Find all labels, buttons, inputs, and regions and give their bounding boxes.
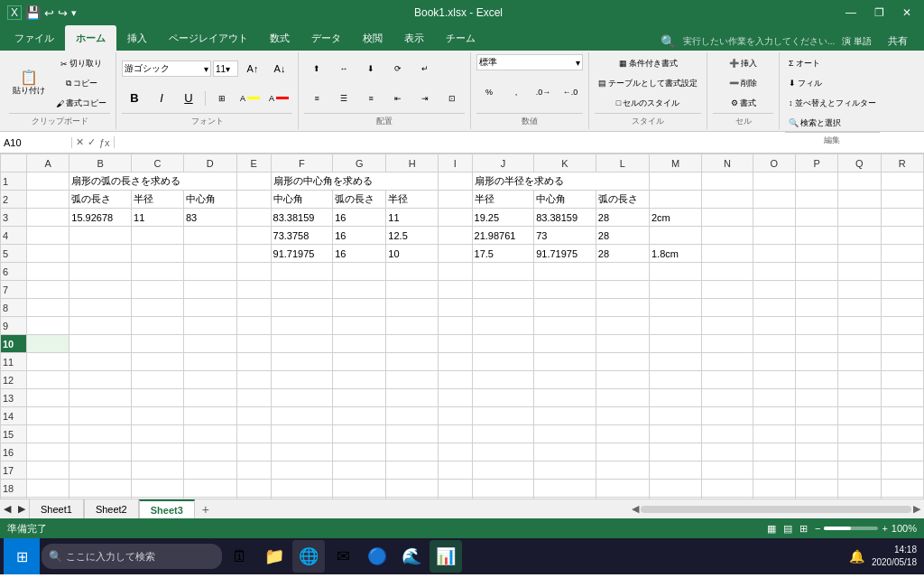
cell-r4[interactable] <box>881 227 923 245</box>
cell-r15[interactable] <box>881 425 923 443</box>
cell-a17[interactable] <box>27 461 69 480</box>
cell-e2[interactable] <box>236 191 271 209</box>
insert-function-icon[interactable]: ƒx <box>99 137 110 148</box>
bold-button[interactable]: B <box>122 89 147 107</box>
cell-f3[interactable]: 83.38159 <box>271 209 333 227</box>
cell-g14[interactable] <box>333 407 386 425</box>
cell-h11[interactable] <box>386 353 439 371</box>
align-middle-button[interactable]: ↔ <box>331 60 356 78</box>
cell-f4[interactable]: 73.3758 <box>271 227 333 245</box>
cell-o6[interactable] <box>753 263 795 281</box>
cell-o4[interactable] <box>753 227 795 245</box>
cell-g8[interactable] <box>333 299 386 317</box>
cell-p10[interactable] <box>795 335 837 353</box>
cell-m14[interactable] <box>649 407 701 425</box>
cell-l13[interactable] <box>596 389 649 407</box>
cell-o1[interactable] <box>753 172 795 191</box>
cell-k2[interactable]: 中心角 <box>534 191 596 209</box>
cell-f10[interactable] <box>271 335 333 353</box>
col-header-p[interactable]: P <box>795 154 837 172</box>
cell-n15[interactable] <box>702 425 753 443</box>
cell-h10[interactable] <box>386 335 439 353</box>
cell-m17[interactable] <box>649 461 701 480</box>
cell-q14[interactable] <box>838 407 881 425</box>
cell-d12[interactable] <box>183 371 236 389</box>
cell-g12[interactable] <box>333 371 386 389</box>
cell-d18[interactable] <box>183 480 236 498</box>
merge-cells-button[interactable]: ⊡ <box>439 89 465 107</box>
cell-e17[interactable] <box>236 461 271 480</box>
cell-d10[interactable] <box>183 335 236 353</box>
cell-k6[interactable] <box>534 263 596 281</box>
cell-k10[interactable] <box>534 335 596 353</box>
cell-o10[interactable] <box>753 335 795 353</box>
cell-m19[interactable] <box>649 498 701 499</box>
cell-i6[interactable] <box>438 263 472 281</box>
cell-i9[interactable] <box>438 317 472 335</box>
cell-n9[interactable] <box>702 317 753 335</box>
cell-l11[interactable] <box>596 353 649 371</box>
minimize-button[interactable]: — <box>840 6 862 19</box>
cell-a13[interactable] <box>27 389 69 407</box>
cell-n19[interactable] <box>702 498 753 499</box>
cell-l12[interactable] <box>596 371 649 389</box>
zoom-slider[interactable] <box>824 527 878 530</box>
cell-r13[interactable] <box>881 389 923 407</box>
cell-a10[interactable] <box>27 335 69 353</box>
tab-team[interactable]: チーム <box>435 25 486 51</box>
cell-g17[interactable] <box>333 461 386 480</box>
cell-f19[interactable] <box>271 498 333 499</box>
delete-button[interactable]: ➖ 削除 <box>725 74 761 92</box>
cell-b1[interactable]: 扇形の弧の長さを求める <box>69 172 236 191</box>
cell-i13[interactable] <box>438 389 472 407</box>
cell-l19[interactable] <box>596 498 649 499</box>
cell-r6[interactable] <box>881 263 923 281</box>
cell-p2[interactable] <box>795 191 837 209</box>
cell-k17[interactable] <box>534 461 596 480</box>
cell-d17[interactable] <box>183 461 236 480</box>
cell-l15[interactable] <box>596 425 649 443</box>
cell-o9[interactable] <box>753 317 795 335</box>
cell-g4[interactable]: 16 <box>333 227 386 245</box>
cell-g2[interactable]: 弧の長さ <box>333 191 386 209</box>
font-name-dropdown[interactable]: 游ゴシック ▾ <box>122 61 211 77</box>
cell-a4[interactable] <box>27 227 69 245</box>
cell-n6[interactable] <box>702 263 753 281</box>
cell-c15[interactable] <box>132 425 184 443</box>
cell-r17[interactable] <box>881 461 923 480</box>
cell-k12[interactable] <box>534 371 596 389</box>
cell-g18[interactable] <box>333 480 386 498</box>
cancel-formula-icon[interactable]: ✕ <box>76 136 84 148</box>
text-direction-button[interactable]: ⟳ <box>385 60 411 78</box>
cell-h19[interactable] <box>386 498 439 499</box>
cell-r7[interactable] <box>881 281 923 299</box>
cell-j2[interactable]: 半径 <box>472 191 534 209</box>
notification-icon[interactable]: 🔔 <box>849 549 864 564</box>
cell-j15[interactable] <box>472 425 534 443</box>
cell-f12[interactable] <box>271 371 333 389</box>
horizontal-scrollbar[interactable] <box>641 506 911 513</box>
cell-m1[interactable] <box>649 172 701 191</box>
cell-d3[interactable]: 83 <box>183 209 236 227</box>
cell-d11[interactable] <box>183 353 236 371</box>
cell-j17[interactable] <box>472 461 534 480</box>
cell-h2[interactable]: 半径 <box>386 191 439 209</box>
cell-r10[interactable] <box>881 335 923 353</box>
taskbar-explorer[interactable]: 📁 <box>258 540 291 573</box>
cell-i11[interactable] <box>438 353 472 371</box>
cell-n16[interactable] <box>702 443 753 461</box>
cell-h3[interactable]: 11 <box>386 209 439 227</box>
cell-j8[interactable] <box>472 299 534 317</box>
cell-k13[interactable] <box>534 389 596 407</box>
cell-m7[interactable] <box>649 281 701 299</box>
cell-p14[interactable] <box>795 407 837 425</box>
taskbar-chrome[interactable]: 🔵 <box>361 540 393 573</box>
sheet-tab-1[interactable]: Sheet1 <box>29 499 84 518</box>
cell-i18[interactable] <box>438 480 472 498</box>
cell-d16[interactable] <box>183 443 236 461</box>
cut-button[interactable]: ✂ 切り取り <box>52 55 110 73</box>
wrap-text-button[interactable]: ↵ <box>412 60 438 78</box>
cell-o5[interactable] <box>753 245 795 263</box>
cell-k16[interactable] <box>534 443 596 461</box>
share-button[interactable]: 共有 <box>879 32 917 51</box>
